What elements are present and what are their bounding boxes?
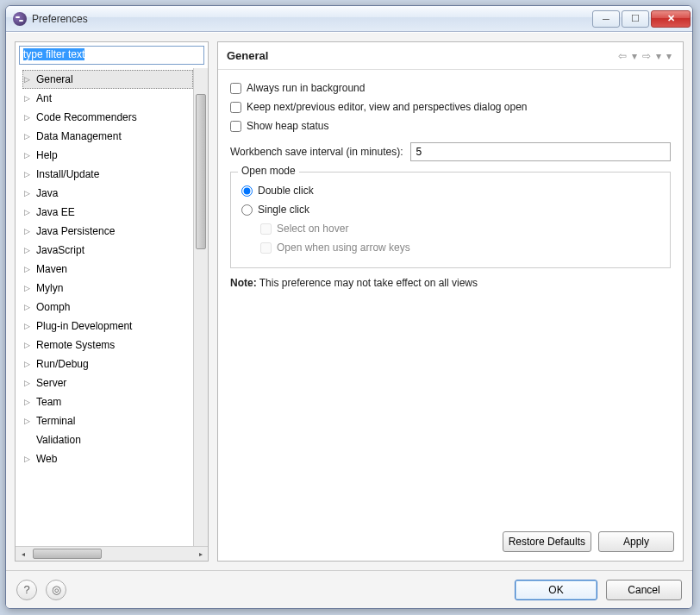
maximize-button[interactable]: ☐ [622, 10, 649, 28]
tree-item-help[interactable]: ▷Help [22, 146, 193, 165]
expand-icon[interactable]: ▷ [24, 360, 33, 368]
tree-item-java[interactable]: ▷Java [22, 184, 193, 203]
dropdown-icon[interactable]: ▾ [653, 50, 664, 62]
expand-icon[interactable]: ▷ [24, 455, 33, 463]
select-on-hover-checkbox [260, 223, 272, 235]
tree-item-label: Team [36, 396, 61, 408]
titlebar[interactable]: Preferences ─ ☐ ✕ [6, 6, 692, 32]
minimize-button[interactable]: ─ [592, 10, 620, 28]
expand-icon[interactable]: ▷ [24, 417, 33, 425]
ok-button[interactable]: OK [515, 580, 597, 600]
preferences-window: Preferences ─ ☐ ✕ type filter text ▷Gene… [5, 5, 693, 609]
menu-icon[interactable]: ▾ [664, 50, 674, 62]
filter-input[interactable]: type filter text [19, 46, 204, 65]
expand-icon[interactable]: ▷ [24, 341, 33, 349]
tree-item-team[interactable]: ▷Team [22, 392, 193, 411]
expand-icon[interactable]: ▷ [24, 246, 33, 254]
tree-item-label: Maven [36, 263, 67, 275]
expand-icon[interactable]: ▷ [24, 265, 33, 273]
tree-item-label: Terminal [36, 415, 75, 427]
expand-icon[interactable]: ▷ [24, 322, 33, 330]
single-click-label: Single click [258, 204, 309, 216]
scrollbar-thumb[interactable] [196, 94, 206, 249]
tree-item-oomph[interactable]: ▷Oomph [22, 298, 193, 317]
expand-icon[interactable]: ▷ [24, 303, 33, 311]
dropdown-icon[interactable]: ▾ [629, 50, 640, 62]
expand-icon[interactable]: ▷ [24, 379, 33, 387]
expand-icon[interactable]: ▷ [24, 227, 33, 235]
client-area: type filter text ▷General▷Ant▷Code Recom… [6, 32, 692, 608]
tree-item-javascript[interactable]: ▷JavaScript [22, 241, 193, 260]
expand-icon[interactable]: ▷ [24, 113, 33, 122]
always-run-bg-checkbox[interactable] [230, 83, 241, 94]
open-arrow-keys-label: Open when using arrow keys [277, 242, 410, 254]
history-forward-icon[interactable]: ⇨ [640, 50, 653, 62]
save-interval-input[interactable] [410, 142, 671, 161]
tree-item-label: JavaScript [36, 244, 84, 256]
cancel-button[interactable]: Cancel [606, 580, 682, 600]
select-on-hover-label: Select on hover [277, 223, 348, 235]
expand-icon[interactable]: ▷ [24, 94, 33, 103]
tree-item-label: Java [36, 187, 58, 199]
tree-item-validation[interactable]: Validation [22, 430, 193, 449]
tree-item-web[interactable]: ▷Web [22, 449, 193, 468]
tree-item-label: Code Recommenders [36, 111, 137, 123]
expand-icon[interactable]: ▷ [24, 170, 33, 179]
scroll-right-icon[interactable]: ▸ [194, 548, 207, 561]
tree-item-mylyn[interactable]: ▷Mylyn [22, 279, 193, 298]
open-arrow-keys-checkbox [260, 242, 272, 254]
double-click-label: Double click [258, 185, 314, 197]
tree-item-label: Help [36, 149, 58, 161]
tree-item-server[interactable]: ▷Server [22, 373, 193, 392]
tree-item-label: Plug-in Development [36, 320, 132, 332]
settings-pane: General ⇦ ▾ ⇨ ▾ ▾ Always run in backgrou… [217, 41, 684, 562]
show-heap-checkbox[interactable] [230, 121, 241, 132]
tree-item-java-ee[interactable]: ▷Java EE [22, 203, 193, 222]
tree-item-plug-in-development[interactable]: ▷Plug-in Development [22, 317, 193, 336]
tree-item-label: Install/Update [36, 168, 99, 180]
history-back-icon[interactable]: ⇦ [616, 50, 629, 62]
tree-item-label: Remote Systems [36, 339, 115, 351]
restore-defaults-button[interactable]: Restore Defaults [503, 531, 591, 552]
tree-horizontal-scrollbar[interactable]: ◂ ▸ [16, 546, 208, 561]
tree-item-label: Validation [36, 434, 81, 446]
keep-dialog-open-checkbox[interactable] [230, 102, 241, 113]
tree-item-terminal[interactable]: ▷Terminal [22, 411, 193, 430]
save-interval-label: Workbench save interval (in minutes): [230, 146, 403, 158]
close-button[interactable]: ✕ [651, 10, 691, 28]
tree-item-data-management[interactable]: ▷Data Management [22, 127, 193, 146]
expand-icon[interactable]: ▷ [24, 189, 33, 198]
help-icon[interactable]: ? [16, 580, 37, 600]
expand-icon[interactable]: ▷ [24, 75, 33, 84]
scroll-left-icon[interactable]: ◂ [16, 548, 29, 561]
double-click-radio[interactable] [241, 185, 253, 197]
tree-item-label: Ant [36, 92, 52, 104]
tree-item-maven[interactable]: ▷Maven [22, 260, 193, 279]
tree-item-install-update[interactable]: ▷Install/Update [22, 165, 193, 184]
tree-item-label: Server [36, 377, 66, 389]
window-title: Preferences [32, 13, 88, 25]
tree-item-java-persistence[interactable]: ▷Java Persistence [22, 222, 193, 241]
category-pane: type filter text ▷General▷Ant▷Code Recom… [15, 41, 209, 562]
single-click-radio[interactable] [241, 204, 253, 216]
tree-vertical-scrollbar[interactable] [193, 68, 208, 546]
open-mode-group: Open mode Double click Single click Sele… [230, 172, 671, 268]
tree-item-general[interactable]: ▷General [22, 70, 193, 89]
keep-dialog-open-label: Keep next/previous editor, view and pers… [247, 101, 528, 113]
expand-icon[interactable]: ▷ [24, 132, 33, 141]
tree-item-run-debug[interactable]: ▷Run/Debug [22, 355, 193, 373]
category-tree[interactable]: ▷General▷Ant▷Code Recommenders▷Data Mana… [16, 68, 193, 546]
expand-icon[interactable]: ▷ [24, 151, 33, 160]
expand-icon[interactable]: ▷ [24, 398, 33, 406]
apply-button[interactable]: Apply [598, 531, 674, 552]
tree-item-label: Run/Debug [36, 358, 89, 370]
expand-icon[interactable]: ▷ [24, 208, 33, 217]
tree-item-code-recommenders[interactable]: ▷Code Recommenders [22, 108, 193, 127]
tree-item-label: Java EE [36, 206, 75, 218]
tree-item-ant[interactable]: ▷Ant [22, 89, 193, 108]
tree-item-label: Mylyn [36, 282, 63, 294]
import-export-icon[interactable]: ◎ [46, 580, 66, 600]
scrollbar-thumb[interactable] [33, 549, 102, 559]
expand-icon[interactable]: ▷ [24, 284, 33, 292]
tree-item-remote-systems[interactable]: ▷Remote Systems [22, 336, 193, 355]
